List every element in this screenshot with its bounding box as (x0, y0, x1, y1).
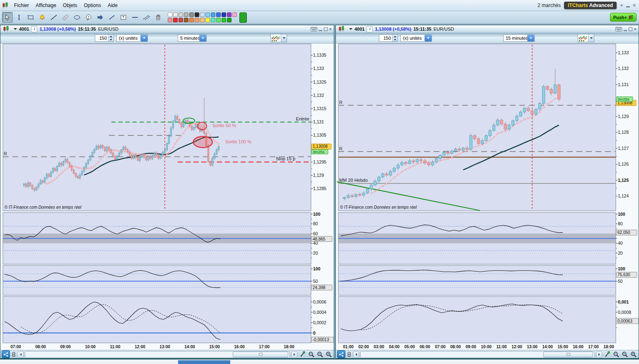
vertical-line-tool[interactable] (14, 12, 24, 23)
price-chart-canvas[interactable]: RRMM 20 Hebdo© IT-Finance.com Données en… (336, 43, 639, 351)
trend-line-tool[interactable] (48, 12, 59, 23)
keyboard-icon[interactable] (311, 27, 317, 31)
zoom-out-icon[interactable] (316, 351, 324, 358)
spinner-up-icon[interactable] (393, 35, 398, 38)
cursor-style-icon[interactable] (603, 351, 611, 358)
minimize-icon[interactable] (626, 6, 630, 7)
chart-type-button[interactable] (270, 34, 287, 42)
units-mode-dropdown[interactable]: (x) unités (400, 34, 432, 42)
color-swatch[interactable] (216, 18, 221, 22)
scrollbar-thumb[interactable] (233, 352, 288, 357)
color-swatch[interactable] (178, 12, 183, 17)
zoom-out-icon[interactable] (621, 351, 629, 358)
arrow-tool[interactable] (95, 12, 106, 23)
units-mode-dropdown[interactable]: (x) unités (116, 34, 148, 42)
color-swatch[interactable] (173, 12, 178, 17)
label-bubble-tool[interactable]: T (83, 12, 94, 23)
spinner-down-icon[interactable] (109, 38, 113, 41)
info-icon[interactable]: i (31, 26, 37, 32)
minimize-icon[interactable] (319, 30, 322, 31)
alert-bell-tool[interactable] (37, 12, 48, 23)
scroll-left-button[interactable] (17, 351, 24, 358)
color-swatch[interactable] (173, 18, 178, 22)
color-swatch[interactable] (184, 12, 188, 17)
horizontal-line-tool[interactable] (130, 12, 140, 23)
link-anchor-icon[interactable] (347, 352, 352, 357)
color-swatch[interactable] (205, 12, 210, 17)
info-icon[interactable]: i (367, 26, 373, 32)
spinner-down-icon[interactable] (393, 38, 398, 41)
close-icon[interactable]: × (329, 27, 332, 31)
zoom-in-icon[interactable] (325, 351, 333, 358)
scroll-right-button[interactable] (291, 351, 297, 358)
color-swatch[interactable] (195, 12, 199, 17)
scroll-right-button[interactable] (596, 351, 602, 358)
segment-tool[interactable] (106, 12, 117, 23)
chart-type-button[interactable] (578, 34, 594, 42)
keyboard-icon[interactable] (615, 27, 622, 31)
close-icon[interactable]: × (634, 27, 637, 31)
chart-titlebar[interactable]: 4001 i 1,13008 (+0,58%) 15:11:35 EUR/USD… (0, 25, 334, 33)
menu-objets[interactable]: Objets (60, 1, 81, 10)
chart-titlebar[interactable]: 4001 i 1,13008 (+0,58%) 15:11:35 EUR/USD… (336, 25, 639, 33)
color-swatch[interactable] (189, 12, 194, 17)
menu-fichier[interactable]: Fichier (11, 1, 32, 10)
chevron-down-icon[interactable] (199, 35, 206, 41)
chevron-down-icon[interactable] (527, 35, 534, 41)
units-count-spinner[interactable]: 150 (379, 34, 398, 42)
push-plus-button[interactable]: Push+ (610, 13, 637, 22)
trash-tool[interactable] (153, 12, 164, 23)
color-swatch[interactable] (168, 18, 172, 22)
color-swatch[interactable] (232, 12, 237, 17)
share-icon[interactable] (2, 350, 10, 358)
share-icon[interactable] (337, 350, 345, 358)
restore-icon[interactable] (629, 27, 632, 31)
menu-options[interactable]: Options (81, 1, 104, 10)
time-scrollbar[interactable] (360, 351, 595, 358)
channel-tool[interactable] (141, 12, 152, 23)
scroll-left-button[interactable] (353, 351, 359, 358)
units-count-spinner[interactable]: 150 (95, 34, 114, 42)
color-swatch[interactable] (200, 12, 205, 17)
price-chart-canvas[interactable]: REntréeStop 15 pSortie 50 %Sortie 100 %©… (0, 43, 334, 351)
ruler-tool[interactable] (60, 12, 71, 23)
color-swatch[interactable] (168, 12, 172, 17)
restore-icon[interactable] (324, 27, 328, 31)
chevron-down-icon[interactable] (281, 34, 287, 42)
color-swatch[interactable] (184, 18, 188, 22)
color-swatch[interactable] (205, 18, 210, 22)
menu-aide[interactable]: Aide (104, 1, 121, 10)
color-swatch[interactable] (195, 18, 199, 22)
zoom-fit-icon[interactable] (612, 351, 620, 358)
rectangle-tool[interactable] (25, 12, 36, 23)
chevron-down-icon[interactable] (424, 35, 432, 41)
color-swatch[interactable] (211, 12, 215, 17)
chevron-down-icon[interactable] (14, 28, 17, 30)
chevron-down-icon[interactable] (140, 35, 147, 41)
timeframe-dropdown[interactable]: 15 minutes (503, 34, 535, 42)
chevron-down-icon[interactable] (349, 28, 352, 30)
link-anchor-icon[interactable] (11, 352, 16, 357)
select-cursor-tool[interactable] (2, 12, 13, 23)
color-swatch[interactable] (222, 18, 226, 22)
color-swatch[interactable] (211, 18, 215, 22)
color-swatch[interactable] (216, 12, 221, 17)
color-swatch[interactable] (189, 18, 194, 22)
chevron-down-icon[interactable] (588, 34, 594, 42)
menu-affichage[interactable]: Affichage (32, 1, 60, 10)
active-color-swatch[interactable] (239, 12, 247, 23)
time-scrollbar[interactable] (25, 351, 290, 358)
color-swatch[interactable] (227, 12, 231, 17)
text-box-tool[interactable]: T (118, 12, 129, 23)
color-swatch[interactable] (227, 18, 231, 22)
color-swatch[interactable] (200, 18, 205, 22)
zoom-in-icon[interactable] (629, 351, 637, 358)
color-swatch[interactable] (178, 18, 183, 22)
spinner-up-icon[interactable] (109, 35, 113, 38)
pin-icon[interactable] (620, 4, 623, 7)
ellipse-tool[interactable] (72, 12, 82, 23)
zoom-fit-icon[interactable] (307, 351, 315, 358)
scrollbar-thumb[interactable] (543, 352, 593, 357)
minimize-icon[interactable] (624, 30, 627, 31)
color-swatch[interactable] (222, 12, 226, 17)
